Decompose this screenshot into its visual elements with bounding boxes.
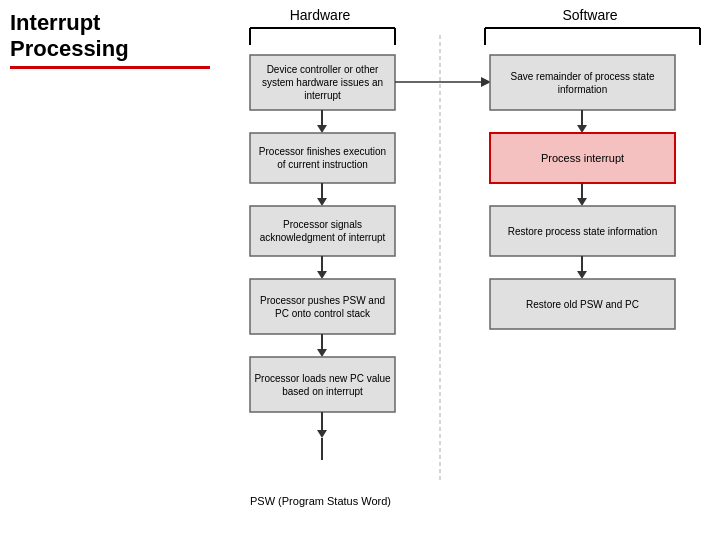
title-area: Interrupt Processing: [10, 10, 210, 69]
sw-arrow-3-head: [577, 271, 587, 279]
hw-arrow-4-head: [317, 349, 327, 357]
hw-arrow-3-head: [317, 271, 327, 279]
hw-box-5-text: Processor loads new PC value based on in…: [250, 357, 395, 412]
hw-arrow-1-head: [317, 125, 327, 133]
sw-box-2-text: Process interrupt: [490, 133, 675, 183]
hw-box-3-text: Processor signals acknowledgment of inte…: [250, 206, 395, 256]
hardware-label: Hardware: [290, 7, 351, 23]
diagram-svg: Hardware Software Device controller or o…: [220, 0, 720, 540]
hw-arrow-5-head: [317, 430, 327, 438]
sw-arrow-2-head: [577, 198, 587, 206]
page-title: Interrupt Processing: [10, 10, 210, 63]
software-label: Software: [562, 7, 617, 23]
sw-box-4-text: Restore old PSW and PC: [490, 279, 675, 329]
sw-box-3-text: Restore process state information: [490, 206, 675, 256]
hw-box-1-text: Device controller or other system hardwa…: [250, 55, 395, 110]
sw-box-1-text: Save remainder of process state informat…: [490, 55, 675, 110]
psw-label-text: PSW (Program Status Word): [250, 495, 391, 507]
title-underline: [10, 66, 210, 69]
hw-box-2-text: Processor finishes execution of current …: [250, 133, 395, 183]
hw-box-4-text: Processor pushes PSW and PC onto control…: [250, 279, 395, 334]
sw-arrow-1-head: [577, 125, 587, 133]
hw-arrow-2-head: [317, 198, 327, 206]
